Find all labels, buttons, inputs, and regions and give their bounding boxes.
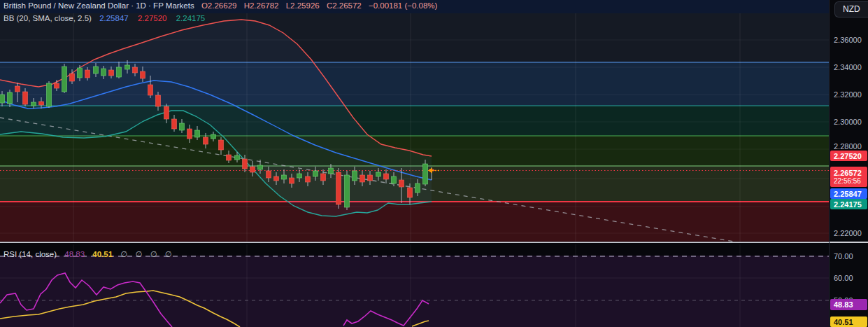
axis-price-label: 2.34000 [834,62,862,72]
candle-body [415,183,420,193]
candle-body [235,155,240,160]
candle-body [353,171,357,181]
candle-body [101,69,106,76]
candle-body [204,137,208,144]
candle-body [290,178,294,183]
candle-body [219,140,224,150]
price-change: −0.00181 (−0.08%) [369,1,437,10]
candle-body [0,95,5,103]
candle-body [125,65,130,69]
candle-body [109,70,114,76]
candle-body [8,92,13,104]
candle-body [31,102,36,106]
candle-body [156,95,161,106]
candle-body [266,171,271,178]
candle-body [172,119,177,129]
axis-price-label: 70.00 [834,251,853,261]
candle-body [258,165,263,169]
candle-body [227,155,232,160]
candle-body [376,172,381,176]
candle-body [62,67,67,92]
ohlc-low: L2.25926 [286,1,320,10]
bb-upper-value: 2.27520 [138,14,167,22]
axis-price-label: 2.22000 [834,228,862,238]
candle-body [345,175,350,207]
candle-body [297,174,302,178]
axis-value-badge: 2.24175 [830,199,867,209]
rsi-pane-bg [0,256,829,327]
ohlc-open: O2.26629 [201,1,237,10]
candle-body [360,175,365,182]
price-axis[interactable]: NZD 2.360002.340002.320002.300002.280002… [829,0,868,327]
price-zone [0,202,829,242]
rsi-legend[interactable]: RSI (14, close) 48.83 40.51 ∅ ∅ ∅ ∅ [3,249,175,259]
ohlc-close: C2.26572 [327,1,362,10]
axis-badge-value: 2.25847 [834,190,867,198]
bb-label: BB (20, SMA, close, 2.5) [3,14,92,22]
candle-body [195,130,200,137]
candle-body [282,175,287,179]
candle-body [70,74,75,81]
symbol-title: British Pound / New Zealand Dollar · 1D … [3,1,194,10]
candle-body [23,92,28,104]
candle-body [423,164,428,184]
axis-badge-value: 2.24175 [834,200,867,209]
pane-separator-line [0,242,829,244]
rsi-value: 48.83 [64,250,85,258]
candle-body [313,171,318,176]
axis-price-label: 2.28000 [834,141,862,151]
rsi-ma-value: 40.51 [92,250,113,258]
candle-body [306,176,311,182]
candle-body [321,174,326,181]
pane-separator[interactable] [830,242,868,243]
candle-body [329,168,334,174]
current-price-badge: 2.2657222:56:56 [830,167,867,187]
bollinger-legend[interactable]: BB (20, SMA, close, 2.5) 2.25847 2.27520… [3,14,205,22]
candle-body [55,83,59,88]
currency-toggle-button[interactable]: NZD [834,1,868,18]
candle-body [274,176,279,181]
candle-body [408,188,413,197]
rsi-label: RSI (14, close) [3,250,57,258]
candle-body [399,180,404,187]
axis-badge-value: 40.51 [834,318,867,326]
axis-value-badge: 40.51 [830,316,867,327]
candle-body [15,86,20,92]
candle-body [250,167,255,172]
candle-body [148,85,153,95]
candle-body [211,134,216,139]
axis-price-label: 2.30000 [834,117,862,127]
candle-body [392,176,397,183]
candle-body [180,123,185,130]
trading-chart-window: British Pound / New Zealand Dollar · 1D … [0,0,868,327]
chart-canvas[interactable] [0,0,829,327]
axis-value-badge: 2.27520 [830,151,867,161]
candle-body [384,174,389,179]
axis-value-badge: 2.25847 [830,188,867,199]
ohlc-high: H2.26782 [244,1,279,10]
symbol-legend[interactable]: British Pound / New Zealand Dollar · 1D … [3,1,437,10]
bar-countdown-timer: 22:56:56 [834,177,867,185]
candle-body [47,83,52,106]
candle-body [336,172,341,204]
candle-body [39,102,44,105]
axis-badge-value: 2.27520 [834,152,867,160]
candle-body [164,106,169,119]
candle-body [141,71,145,78]
axis-price-label: 2.32000 [834,90,862,99]
rsi-hidden-values: ∅ ∅ ∅ ∅ [120,250,175,258]
bb-lower-value: 2.24175 [176,14,206,22]
candle-body [368,175,373,181]
axis-badge-value: 48.83 [834,300,867,309]
candle-body [117,67,122,77]
candle-body [187,129,192,139]
candle-body [133,67,138,73]
axis-price-label: 60.00 [834,273,853,283]
candle-body [243,159,248,169]
axis-badge-value: 2.26572 [834,169,867,177]
bb-basis-value: 2.25847 [99,14,129,22]
candle-body [94,67,99,74]
candle-body [78,68,83,78]
candle-body [85,70,90,78]
axis-value-badge: 48.83 [830,299,867,310]
